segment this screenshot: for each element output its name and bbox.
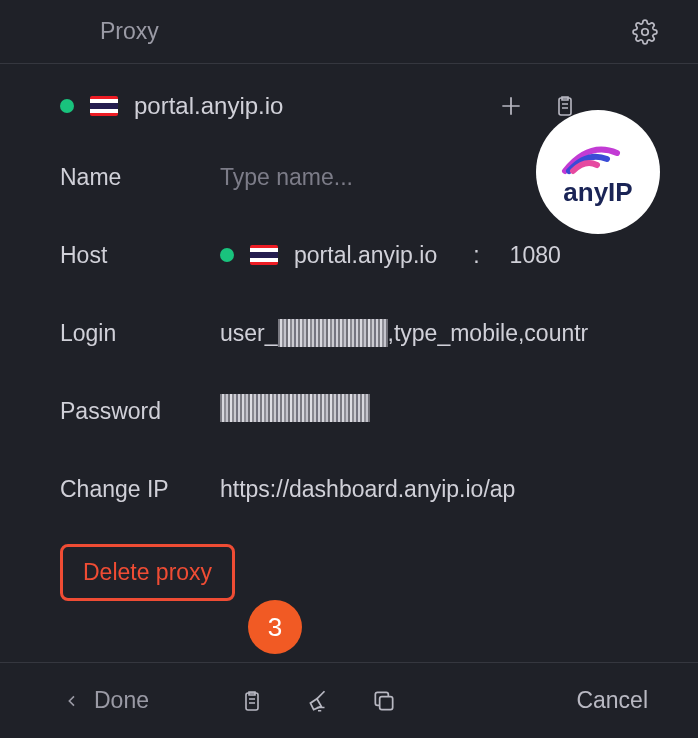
plus-icon[interactable] (498, 93, 524, 119)
change-ip-label: Change IP (60, 476, 220, 503)
broom-icon[interactable] (305, 688, 331, 714)
host-label: Host (60, 242, 220, 269)
clipboard-icon[interactable] (239, 688, 265, 714)
field-login: Login user_ ,type_mobile,countr (60, 294, 658, 372)
thailand-flag-icon (250, 245, 278, 265)
svg-rect-3 (380, 696, 393, 709)
login-input[interactable]: user_ ,type_mobile,countr (220, 319, 588, 347)
done-label: Done (94, 687, 149, 714)
name-input[interactable]: Type name... (220, 164, 353, 191)
svg-point-0 (642, 28, 649, 35)
password-label: Password (60, 398, 220, 425)
login-label: Login (60, 320, 220, 347)
password-input[interactable] (220, 394, 370, 428)
port-separator: : (473, 242, 479, 269)
login-suffix: ,type_mobile,countr (388, 320, 589, 347)
anyip-logo-text: anyIP (559, 177, 637, 208)
host-value-text: portal.anyip.io (294, 242, 437, 269)
cancel-button[interactable]: Cancel (576, 687, 648, 714)
anyip-logo: anyIP (536, 110, 660, 234)
done-button[interactable]: Done (64, 687, 149, 714)
redacted-icon (278, 319, 388, 347)
redacted-icon (220, 394, 370, 422)
port-value-text: 1080 (510, 242, 561, 269)
chevron-left-icon (64, 691, 80, 711)
field-host: Host portal.anyip.io : 1080 (60, 216, 658, 294)
host-input[interactable]: portal.anyip.io : 1080 (220, 242, 561, 269)
status-dot-icon (220, 248, 234, 262)
change-ip-input[interactable]: https://dashboard.anyip.io/ap (220, 476, 515, 503)
footer: Done Cancel (0, 662, 698, 738)
status-dot-icon (60, 99, 74, 113)
anyip-logo-icon (559, 137, 637, 175)
login-prefix: user_ (220, 320, 278, 347)
gear-icon[interactable] (632, 19, 658, 45)
thailand-flag-icon (90, 96, 118, 116)
copy-icon[interactable] (371, 688, 397, 714)
header: Proxy (0, 0, 698, 64)
annotation-step-badge: 3 (248, 600, 302, 654)
field-change-ip: Change IP https://dashboard.anyip.io/ap (60, 450, 658, 528)
field-password: Password (60, 372, 658, 450)
name-label: Name (60, 164, 220, 191)
delete-proxy-button[interactable]: Delete proxy (60, 544, 235, 601)
proxy-host-text: portal.anyip.io (134, 92, 283, 120)
proxy-summary-row[interactable]: portal.anyip.io (60, 92, 658, 120)
header-title: Proxy (100, 18, 159, 45)
